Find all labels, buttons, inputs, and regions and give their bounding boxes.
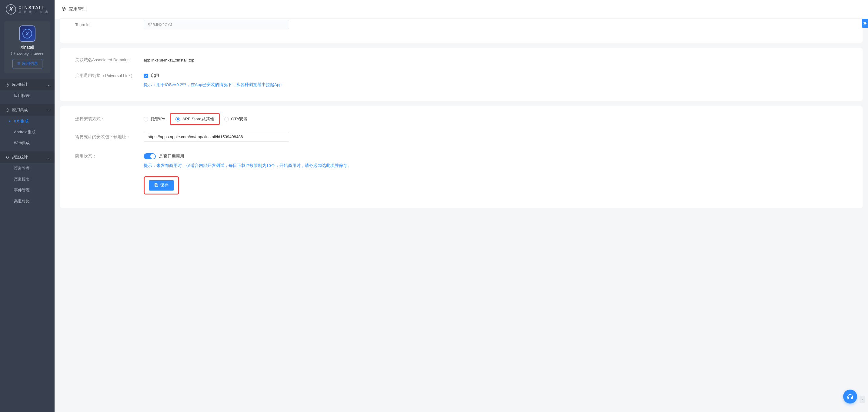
assoc-domains-value: applinks:8l4hkz1.xinstall.top xyxy=(144,58,194,62)
page-title: 应用管理 xyxy=(68,6,87,12)
nav-group-integration[interactable]: ⬡ 应用集成 ⌄ xyxy=(0,104,55,116)
highlight-box-save: 保存 xyxy=(144,176,179,194)
save-icon xyxy=(154,183,158,188)
radio-ota[interactable]: OTA安装 xyxy=(224,116,248,122)
enable-ul-checkbox[interactable] xyxy=(144,74,148,78)
nav-item-event-manage[interactable]: 事件管理 xyxy=(0,185,55,196)
nav-group-stats[interactable]: ◷ 应用统计 ⌄ xyxy=(0,79,55,90)
brand-block: X XINSTALL 应 用 推 广 专 家 xyxy=(0,0,55,18)
nav-item-channel-manage[interactable]: 渠道管理 xyxy=(0,163,55,174)
download-url-label: 需要统计的安装包下载地址： xyxy=(75,134,144,140)
nav-item-channel-compare[interactable]: 渠道对比 xyxy=(0,196,55,207)
nav-item-channel-report[interactable]: 渠道报表 xyxy=(0,174,55,185)
cube-icon xyxy=(61,6,66,12)
card-install: 选择安装方式： 托管IPA APP Store及其他 xyxy=(60,106,863,208)
chevron-down-icon: ⌄ xyxy=(47,156,50,159)
radio-ipa[interactable]: 托管IPA xyxy=(144,116,165,122)
universal-link-hint: 提示：用于iOS>=9.2中，在App已安装的情况下，从各种浏览器中拉起App xyxy=(144,82,847,88)
nav-item-android[interactable]: Android集成 xyxy=(0,127,55,137)
topbar: 应用管理 xyxy=(55,0,868,19)
radio-appstore[interactable]: APP Store及其他 xyxy=(176,116,214,122)
list-icon xyxy=(17,62,21,66)
scroll-right-hint[interactable]: › xyxy=(860,395,865,403)
save-button[interactable]: 保存 xyxy=(149,180,174,191)
teamid-input[interactable]: S2BJNX2CYJ xyxy=(144,20,289,29)
download-url-input[interactable] xyxy=(144,132,289,142)
app-card: X Xinstall AppKey : 8l4hkz1 应用信息 xyxy=(4,21,50,73)
refresh-icon: ↻ xyxy=(5,155,10,160)
side-drawer-tab[interactable] xyxy=(862,19,868,28)
content: Team id: S2BJNX2CYJ 关联域名Associated Domai… xyxy=(55,19,868,412)
enable-ul-text: 启用 xyxy=(151,73,159,78)
nav-item-ios[interactable]: iOS集成 xyxy=(0,116,55,127)
nav-item-web[interactable]: Web集成 xyxy=(0,137,55,149)
teamid-label: Team id: xyxy=(75,23,144,27)
brand-title: XINSTALL xyxy=(19,5,49,10)
info-circle-icon xyxy=(11,52,15,56)
card-universal-link: 关联域名Associated Domains: applinks:8l4hkz1… xyxy=(60,48,863,101)
nav-item-app-report[interactable]: 应用报表 xyxy=(0,90,55,101)
appkey-label: AppKey : 8l4hkz1 xyxy=(17,52,44,56)
clock-icon: ◷ xyxy=(5,83,10,87)
app-name: Xinstall xyxy=(20,45,34,50)
commercial-switch-label: 是否开启商用 xyxy=(159,154,184,159)
brand-subtitle: 应 用 推 广 专 家 xyxy=(19,10,49,14)
sidebar: X XINSTALL 应 用 推 广 专 家 X Xinstall AppKey… xyxy=(0,0,55,412)
commercial-hint: 提示：未发布商用时，仅适合内部开发测试，每日下载IP数限制为10个；开始商用时，… xyxy=(144,163,847,168)
app-icon: X xyxy=(19,26,35,42)
support-fab[interactable] xyxy=(843,389,857,404)
card-teamid: Team id: S2BJNX2CYJ xyxy=(60,19,863,43)
install-method-label: 选择安装方式： xyxy=(75,116,144,122)
commercial-label: 商用状态： xyxy=(75,154,144,159)
universal-link-label: 启用通用链接（Universal Link） xyxy=(75,73,144,78)
assoc-domains-label: 关联域名Associated Domains: xyxy=(75,57,144,63)
nav-group-channel[interactable]: ↻ 渠道统计 ⌄ xyxy=(0,152,55,163)
chevron-down-icon: ⌄ xyxy=(47,83,50,86)
chevron-down-icon: ⌄ xyxy=(47,108,50,112)
commercial-switch[interactable] xyxy=(144,153,156,159)
highlight-box-appstore: APP Store及其他 xyxy=(170,113,220,125)
nav: ◷ 应用统计 ⌄ 应用报表 ⬡ 应用集成 ⌄ iOS集成 Android集成 W… xyxy=(0,79,55,412)
cube-icon: ⬡ xyxy=(5,108,10,113)
brand-logo-icon: X xyxy=(6,4,16,14)
app-info-button[interactable]: 应用信息 xyxy=(12,59,42,68)
